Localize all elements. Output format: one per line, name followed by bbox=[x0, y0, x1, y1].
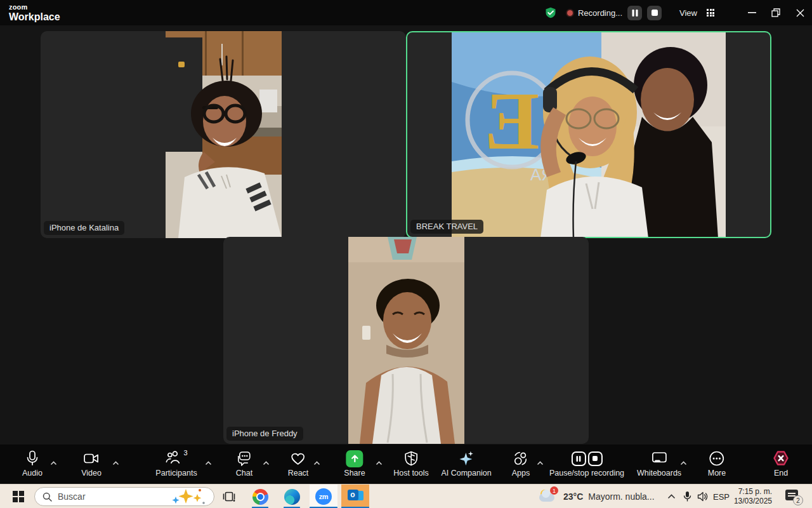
language-label: ESP bbox=[713, 492, 730, 502]
weather-temp: 23°C bbox=[563, 491, 583, 502]
apps-options-chevron[interactable] bbox=[537, 457, 544, 468]
whiteboard-icon bbox=[651, 449, 668, 468]
camera-icon bbox=[83, 449, 100, 468]
workplace-brand-text: Workplace bbox=[9, 12, 60, 22]
chrome-icon bbox=[252, 489, 268, 505]
start-button[interactable] bbox=[6, 485, 30, 508]
more-button[interactable]: More bbox=[708, 449, 726, 478]
whiteboards-options-chevron[interactable] bbox=[680, 457, 687, 468]
katalina-video-feed bbox=[166, 31, 282, 238]
participant-tile-freddy[interactable]: iPhone de Freddy bbox=[223, 237, 589, 444]
stop-icon bbox=[652, 10, 658, 16]
video-gallery: iPhone de Katalina E TRA bbox=[0, 25, 812, 444]
audio-button[interactable]: Audio bbox=[22, 449, 43, 478]
taskbar-zoom-button[interactable]: zm bbox=[310, 485, 337, 508]
recording-dot-icon bbox=[567, 10, 573, 16]
shield-check-icon bbox=[544, 6, 557, 19]
notification-icon: 2 bbox=[785, 490, 801, 504]
freddy-video-feed bbox=[348, 237, 464, 444]
host-shield-icon bbox=[403, 449, 419, 468]
clock-date: 13/03/2025 bbox=[734, 497, 772, 505]
minimize-button[interactable] bbox=[740, 0, 764, 25]
taskbar-edge-button[interactable] bbox=[278, 485, 306, 508]
search-placeholder: Buscar bbox=[58, 491, 172, 502]
taskbar-search[interactable]: Buscar bbox=[34, 487, 214, 506]
pause-stop-recording-button[interactable]: Pause/stop recording bbox=[549, 449, 624, 478]
zoom-meeting-window: zoom Workplace Recording... bbox=[0, 0, 812, 508]
speaker-icon bbox=[697, 491, 709, 502]
taskbar-chrome-button[interactable] bbox=[246, 485, 274, 508]
stop-recording-button[interactable] bbox=[647, 6, 662, 20]
participant-name-tag: iPhone de Katalina bbox=[44, 221, 124, 235]
more-ellipsis-icon bbox=[709, 449, 725, 468]
participants-options-chevron[interactable] bbox=[205, 457, 212, 468]
weather-description: Mayorm. nubla... bbox=[588, 491, 654, 502]
restore-button[interactable] bbox=[764, 0, 788, 25]
share-screen-icon bbox=[346, 450, 363, 467]
toolbar-label: Apps bbox=[512, 469, 530, 478]
chat-icon bbox=[236, 449, 252, 468]
taskbar-outlook-button[interactable]: o bbox=[341, 485, 369, 508]
clock-widget[interactable]: 7:15 p. m. 13/03/2025 bbox=[733, 485, 772, 508]
close-icon bbox=[796, 9, 804, 17]
weather-cloud-icon: 1 bbox=[539, 488, 558, 505]
share-options-chevron[interactable] bbox=[376, 457, 383, 468]
ai-companion-button[interactable]: AI Companion bbox=[441, 449, 491, 478]
tray-microphone-button[interactable] bbox=[683, 485, 691, 508]
security-shield[interactable] bbox=[544, 6, 557, 19]
toolbar-label: Share bbox=[344, 469, 365, 478]
restore-icon bbox=[771, 8, 780, 17]
svg-text:E: E bbox=[485, 75, 540, 166]
task-view-button[interactable] bbox=[219, 485, 239, 508]
share-button[interactable]: Share bbox=[344, 449, 365, 478]
windows-logo-icon bbox=[13, 491, 24, 502]
toolbar-label: End bbox=[774, 469, 788, 478]
edge-icon bbox=[284, 489, 300, 505]
toolbar-label: Video bbox=[81, 469, 102, 478]
zoom-brand-text: zoom bbox=[9, 4, 60, 11]
view-button[interactable]: View bbox=[665, 8, 714, 18]
pause-icon bbox=[632, 10, 638, 17]
chevron-up-icon bbox=[667, 494, 676, 499]
apps-icon bbox=[513, 449, 529, 468]
titlebar: zoom Workplace Recording... bbox=[0, 0, 812, 25]
video-options-chevron[interactable] bbox=[112, 457, 119, 468]
react-options-chevron[interactable] bbox=[313, 457, 320, 468]
language-indicator[interactable]: ESP bbox=[713, 485, 730, 508]
tray-volume-button[interactable] bbox=[697, 485, 709, 508]
weather-widget[interactable]: 1 23°C Mayorm. nubla... bbox=[539, 485, 655, 508]
host-tools-button[interactable]: Host tools bbox=[393, 449, 429, 478]
minimize-icon bbox=[748, 12, 756, 13]
toolbar-label: React bbox=[288, 469, 309, 478]
toolbar-label: Whiteboards bbox=[637, 469, 681, 478]
participants-count-badge: 3 bbox=[183, 449, 187, 457]
chat-options-chevron[interactable] bbox=[263, 457, 270, 468]
react-button[interactable]: React bbox=[288, 449, 309, 478]
participants-button[interactable]: 3 Participants bbox=[155, 449, 197, 478]
participant-name-tag: iPhone de Freddy bbox=[226, 427, 303, 441]
zoom-workplace-logo: zoom Workplace bbox=[0, 4, 60, 22]
tray-expand-button[interactable] bbox=[667, 485, 676, 508]
audio-options-chevron[interactable] bbox=[50, 457, 57, 468]
task-view-icon bbox=[223, 491, 235, 502]
participant-tile-break-travel[interactable]: E TRA bbox=[406, 31, 771, 238]
toolbar-label: Participants bbox=[155, 469, 197, 478]
outlook-icon: o bbox=[348, 490, 363, 504]
notification-center-button[interactable]: 2 bbox=[785, 485, 801, 508]
gallery-grid-icon bbox=[707, 9, 714, 17]
pause-recording-button[interactable] bbox=[627, 6, 642, 20]
toolbar-label: Host tools bbox=[393, 469, 429, 478]
heart-icon bbox=[290, 449, 306, 468]
participant-name-tag: BREAK TRAVEL bbox=[410, 220, 483, 234]
end-meeting-button[interactable]: End bbox=[772, 449, 790, 478]
video-button[interactable]: Video bbox=[81, 449, 102, 478]
chat-button[interactable]: Chat bbox=[236, 449, 252, 478]
weather-badge: 1 bbox=[550, 486, 558, 495]
toolbar-label: Audio bbox=[22, 469, 43, 478]
close-button[interactable] bbox=[788, 0, 812, 25]
apps-button[interactable]: Apps bbox=[512, 449, 530, 478]
whiteboards-button[interactable]: Whiteboards bbox=[637, 449, 681, 478]
toolbar-label: Pause/stop recording bbox=[549, 469, 624, 478]
participant-tile-katalina[interactable]: iPhone de Katalina bbox=[41, 31, 406, 238]
clock-time: 7:15 p. m. bbox=[738, 487, 772, 496]
